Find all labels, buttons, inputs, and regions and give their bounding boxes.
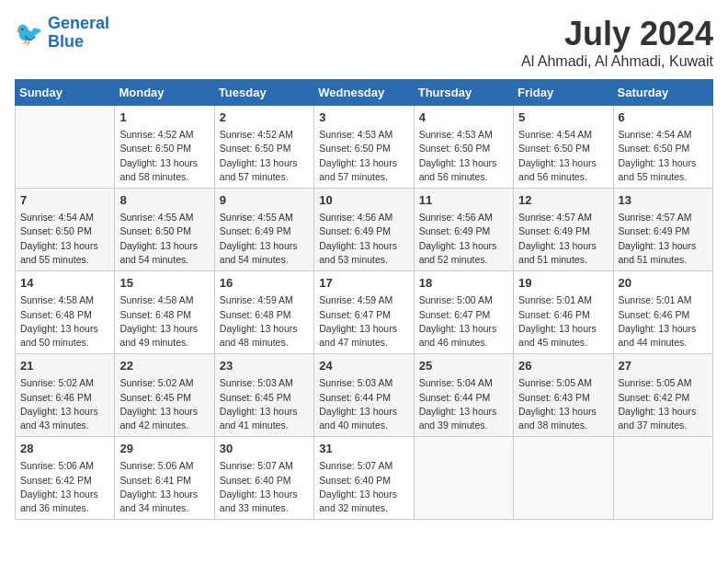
- day-info: Sunrise: 4:53 AM Sunset: 6:50 PM Dayligh…: [419, 128, 508, 184]
- day-info: Sunrise: 5:04 AM Sunset: 6:44 PM Dayligh…: [419, 376, 508, 432]
- calendar-day-cell: 31Sunrise: 5:07 AM Sunset: 6:40 PM Dayli…: [314, 437, 414, 520]
- day-number: 18: [419, 275, 508, 292]
- calendar-day-cell: 6Sunrise: 4:54 AM Sunset: 6:50 PM Daylig…: [613, 106, 712, 189]
- calendar-day-cell: 23Sunrise: 5:03 AM Sunset: 6:45 PM Dayli…: [214, 354, 313, 437]
- calendar-day-cell: 22Sunrise: 5:02 AM Sunset: 6:45 PM Dayli…: [115, 354, 214, 437]
- weekday-header: Sunday: [16, 80, 115, 106]
- day-info: Sunrise: 5:02 AM Sunset: 6:45 PM Dayligh…: [119, 376, 209, 432]
- day-number: 31: [319, 441, 408, 457]
- day-number: 23: [220, 358, 309, 374]
- location: Al Ahmadi, Al Ahmadi, Kuwait: [521, 53, 713, 70]
- day-info: Sunrise: 5:00 AM Sunset: 6:47 PM Dayligh…: [419, 293, 508, 350]
- calendar-day-cell: 18Sunrise: 5:00 AM Sunset: 6:47 PM Dayli…: [414, 271, 513, 354]
- logo: 🐦 GeneralBlue: [15, 15, 109, 52]
- day-number: 19: [518, 275, 608, 292]
- day-number: 9: [220, 192, 309, 209]
- calendar-day-cell: 26Sunrise: 5:05 AM Sunset: 6:43 PM Dayli…: [514, 354, 613, 437]
- logo-icon: 🐦: [15, 18, 44, 48]
- day-info: Sunrise: 5:06 AM Sunset: 6:42 PM Dayligh…: [20, 459, 109, 515]
- day-info: Sunrise: 4:55 AM Sunset: 6:49 PM Dayligh…: [220, 211, 309, 267]
- calendar-day-cell: 16Sunrise: 4:59 AM Sunset: 6:48 PM Dayli…: [214, 271, 313, 354]
- calendar-day-cell: 24Sunrise: 5:03 AM Sunset: 6:44 PM Dayli…: [314, 354, 414, 437]
- month-title: July 2024: [521, 15, 713, 53]
- day-info: Sunrise: 5:02 AM Sunset: 6:46 PM Dayligh…: [20, 376, 109, 432]
- calendar-day-cell: [613, 437, 712, 520]
- day-number: 4: [419, 109, 508, 126]
- calendar-day-cell: 25Sunrise: 5:04 AM Sunset: 6:44 PM Dayli…: [414, 354, 513, 437]
- day-info: Sunrise: 5:03 AM Sunset: 6:45 PM Dayligh…: [220, 376, 309, 432]
- calendar-day-cell: 15Sunrise: 4:58 AM Sunset: 6:48 PM Dayli…: [115, 271, 214, 354]
- day-number: 10: [319, 192, 408, 209]
- day-info: Sunrise: 4:54 AM Sunset: 6:50 PM Dayligh…: [619, 128, 708, 184]
- weekday-header: Saturday: [613, 80, 712, 106]
- weekday-header: Monday: [115, 80, 214, 106]
- calendar-day-cell: 4Sunrise: 4:53 AM Sunset: 6:50 PM Daylig…: [414, 106, 513, 189]
- calendar-day-cell: 17Sunrise: 4:59 AM Sunset: 6:47 PM Dayli…: [314, 271, 414, 354]
- day-number: 28: [20, 441, 109, 457]
- calendar-day-cell: 1Sunrise: 4:52 AM Sunset: 6:50 PM Daylig…: [115, 106, 214, 189]
- day-info: Sunrise: 4:57 AM Sunset: 6:49 PM Dayligh…: [518, 211, 608, 267]
- svg-text:🐦: 🐦: [15, 19, 44, 48]
- weekday-header: Tuesday: [214, 80, 313, 106]
- calendar-day-cell: [414, 437, 513, 520]
- day-info: Sunrise: 4:59 AM Sunset: 6:47 PM Dayligh…: [319, 293, 408, 350]
- calendar-day-cell: 8Sunrise: 4:55 AM Sunset: 6:50 PM Daylig…: [115, 189, 214, 271]
- day-info: Sunrise: 4:52 AM Sunset: 6:50 PM Dayligh…: [220, 128, 309, 184]
- calendar-day-cell: 12Sunrise: 4:57 AM Sunset: 6:49 PM Dayli…: [514, 189, 613, 271]
- day-number: 30: [220, 441, 309, 457]
- day-number: 14: [20, 275, 109, 292]
- day-info: Sunrise: 4:53 AM Sunset: 6:50 PM Dayligh…: [319, 128, 408, 184]
- day-info: Sunrise: 5:07 AM Sunset: 6:40 PM Dayligh…: [319, 459, 408, 515]
- day-info: Sunrise: 4:54 AM Sunset: 6:50 PM Dayligh…: [518, 128, 608, 184]
- day-info: Sunrise: 4:57 AM Sunset: 6:49 PM Dayligh…: [619, 211, 708, 267]
- calendar-body: 1Sunrise: 4:52 AM Sunset: 6:50 PM Daylig…: [16, 106, 713, 520]
- calendar-week-row: 21Sunrise: 5:02 AM Sunset: 6:46 PM Dayli…: [16, 354, 713, 437]
- calendar-week-row: 7Sunrise: 4:54 AM Sunset: 6:50 PM Daylig…: [16, 189, 713, 271]
- calendar-day-cell: 10Sunrise: 4:56 AM Sunset: 6:49 PM Dayli…: [314, 189, 414, 271]
- calendar-day-cell: 29Sunrise: 5:06 AM Sunset: 6:41 PM Dayli…: [115, 437, 214, 520]
- calendar-day-cell: 27Sunrise: 5:05 AM Sunset: 6:42 PM Dayli…: [613, 354, 712, 437]
- day-number: 6: [619, 109, 708, 126]
- day-number: 2: [220, 109, 309, 126]
- calendar-day-cell: 28Sunrise: 5:06 AM Sunset: 6:42 PM Dayli…: [16, 437, 115, 520]
- calendar-day-cell: 7Sunrise: 4:54 AM Sunset: 6:50 PM Daylig…: [16, 189, 115, 271]
- day-info: Sunrise: 5:03 AM Sunset: 6:44 PM Dayligh…: [319, 376, 408, 432]
- calendar-day-cell: 3Sunrise: 4:53 AM Sunset: 6:50 PM Daylig…: [314, 106, 414, 189]
- calendar-header-row: SundayMondayTuesdayWednesdayThursdayFrid…: [16, 80, 713, 106]
- day-number: 27: [619, 358, 708, 374]
- day-info: Sunrise: 4:58 AM Sunset: 6:48 PM Dayligh…: [119, 293, 209, 350]
- calendar-day-cell: 30Sunrise: 5:07 AM Sunset: 6:40 PM Dayli…: [214, 437, 313, 520]
- day-info: Sunrise: 4:58 AM Sunset: 6:48 PM Dayligh…: [20, 293, 109, 350]
- day-number: 26: [518, 358, 608, 374]
- weekday-header: Friday: [514, 80, 613, 106]
- day-number: 11: [419, 192, 508, 209]
- weekday-header: Wednesday: [314, 80, 414, 106]
- day-number: 24: [319, 358, 408, 374]
- day-number: 1: [119, 109, 209, 126]
- day-number: 5: [518, 109, 608, 126]
- day-number: 15: [119, 275, 209, 292]
- logo-text: GeneralBlue: [48, 15, 109, 52]
- day-info: Sunrise: 5:01 AM Sunset: 6:46 PM Dayligh…: [518, 293, 608, 350]
- day-number: 25: [419, 358, 508, 374]
- day-info: Sunrise: 4:56 AM Sunset: 6:49 PM Dayligh…: [319, 211, 408, 267]
- day-number: 29: [119, 441, 209, 457]
- calendar-day-cell: 14Sunrise: 4:58 AM Sunset: 6:48 PM Dayli…: [16, 271, 115, 354]
- calendar-day-cell: 2Sunrise: 4:52 AM Sunset: 6:50 PM Daylig…: [214, 106, 313, 189]
- day-number: 3: [319, 109, 408, 126]
- calendar-day-cell: 21Sunrise: 5:02 AM Sunset: 6:46 PM Dayli…: [16, 354, 115, 437]
- calendar-week-row: 1Sunrise: 4:52 AM Sunset: 6:50 PM Daylig…: [16, 106, 713, 189]
- day-info: Sunrise: 5:05 AM Sunset: 6:42 PM Dayligh…: [619, 376, 708, 432]
- day-info: Sunrise: 4:56 AM Sunset: 6:49 PM Dayligh…: [419, 211, 508, 267]
- day-info: Sunrise: 4:59 AM Sunset: 6:48 PM Dayligh…: [220, 293, 309, 350]
- calendar-day-cell: 9Sunrise: 4:55 AM Sunset: 6:49 PM Daylig…: [214, 189, 313, 271]
- calendar-day-cell: 20Sunrise: 5:01 AM Sunset: 6:46 PM Dayli…: [613, 271, 712, 354]
- weekday-header: Thursday: [414, 80, 513, 106]
- calendar-day-cell: 5Sunrise: 4:54 AM Sunset: 6:50 PM Daylig…: [514, 106, 613, 189]
- day-info: Sunrise: 4:55 AM Sunset: 6:50 PM Dayligh…: [119, 211, 209, 267]
- day-info: Sunrise: 4:52 AM Sunset: 6:50 PM Dayligh…: [119, 128, 209, 184]
- day-number: 16: [220, 275, 309, 292]
- day-number: 22: [119, 358, 209, 374]
- day-number: 7: [20, 192, 109, 209]
- page-header: 🐦 GeneralBlue July 2024 Al Ahmadi, Al Ah…: [15, 15, 713, 70]
